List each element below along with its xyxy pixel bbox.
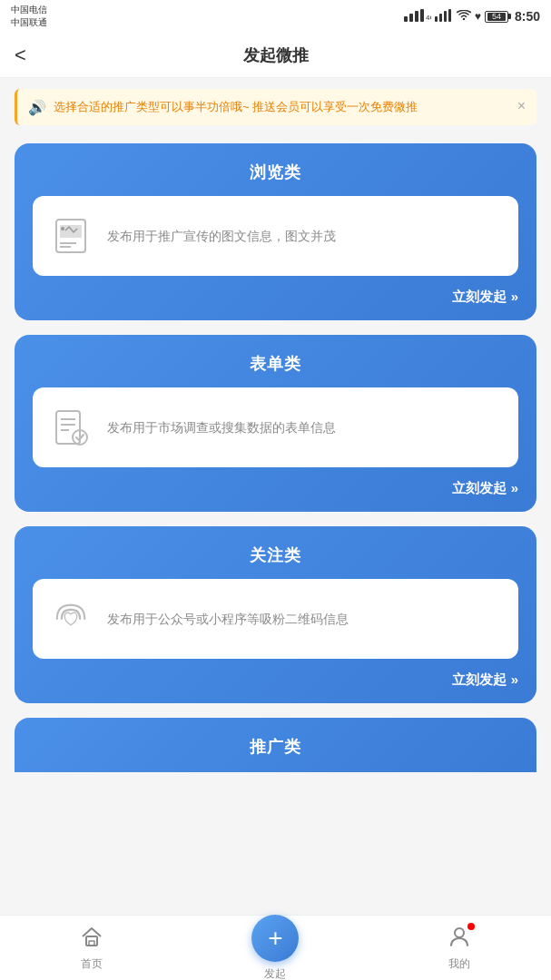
time-display: 8:50 xyxy=(515,9,540,24)
svg-rect-2 xyxy=(415,11,418,22)
form-launch-button[interactable]: 立刻发起 » xyxy=(452,480,518,497)
wifi-icon xyxy=(457,10,471,24)
launch-center-button[interactable]: + xyxy=(251,915,299,962)
browse-launch-row: 立刻发起 » xyxy=(33,289,518,306)
banner-close-button[interactable]: × xyxy=(517,98,526,114)
category-title-follow: 关注类 xyxy=(33,544,518,566)
svg-rect-7 xyxy=(444,11,447,22)
back-button[interactable]: < xyxy=(15,44,26,67)
page-title: 发起微推 xyxy=(243,44,309,66)
form-icon xyxy=(47,404,94,451)
category-title-browse: 浏览类 xyxy=(33,162,518,183)
follow-item-desc: 发布用于公众号或小程序等吸粉二维码信息 xyxy=(107,610,504,629)
bottom-nav: 首页 + 发起 我的 xyxy=(0,915,551,980)
status-bar: 中国电信 中国联通 4G xyxy=(0,0,551,33)
banner-content: 🔊 选择合适的推广类型可以事半功倍哦~ 推送会员可以享受一次免费微推 xyxy=(28,98,510,116)
svg-rect-0 xyxy=(404,16,408,22)
category-title-promotion: 推广类 xyxy=(33,736,518,758)
signal-icon2 xyxy=(435,9,453,24)
category-card-form: 表单类 发布用于市场调查或搜集数据的表单信息 立刻发起 » xyxy=(15,335,536,512)
banner: 🔊 选择合适的推广类型可以事半功倍哦~ 推送会员可以享受一次免费微推 × xyxy=(15,89,536,125)
main-content: 浏览类 发布用于推广宣传的图文信息，图文并茂 立刻发起 » 表单类 xyxy=(0,136,551,915)
nav-bar: < 发起微推 xyxy=(0,33,551,78)
svg-rect-3 xyxy=(420,9,424,22)
category-card-follow: 关注类 发布用于公众号或小程序等吸粉二维码信息 xyxy=(15,526,536,703)
svg-rect-8 xyxy=(448,9,451,22)
nav-item-home[interactable]: 首页 xyxy=(0,925,183,972)
follow-launch-button[interactable]: 立刻发起 » xyxy=(452,671,518,689)
browse-launch-button[interactable]: 立刻发起 » xyxy=(452,289,518,306)
nav-item-launch[interactable]: + 发起 xyxy=(183,915,367,981)
home-icon xyxy=(80,925,103,954)
category-card-promotion: 推广类 xyxy=(15,718,536,772)
browse-icon xyxy=(47,212,94,260)
plus-icon: + xyxy=(268,926,282,951)
carrier-info: 中国电信 中国联通 xyxy=(11,4,47,29)
browse-item-desc: 发布用于推广宣传的图文信息，图文并茂 xyxy=(107,227,504,246)
heart-icon: ♥ xyxy=(475,10,481,23)
banner-icon: 🔊 xyxy=(28,99,46,116)
follow-icon xyxy=(47,595,94,642)
category-card-browse: 浏览类 发布用于推广宣传的图文信息，图文并茂 立刻发起 » xyxy=(15,143,536,320)
status-right: 4G ♥ 54 8:50 xyxy=(404,9,540,24)
item-box-follow[interactable]: 发布用于公众号或小程序等吸粉二维码信息 xyxy=(33,579,518,659)
category-title-form: 表单类 xyxy=(33,353,518,375)
item-box-form[interactable]: 发布用于市场调查或搜集数据的表单信息 xyxy=(33,387,518,467)
mine-label: 我的 xyxy=(448,956,470,972)
banner-text: 选择合适的推广类型可以事半功倍哦~ 推送会员可以享受一次免费微推 xyxy=(54,98,418,116)
svg-text:4G: 4G xyxy=(426,14,431,22)
svg-rect-6 xyxy=(439,14,442,22)
launch-label: 发起 xyxy=(264,966,286,981)
follow-launch-row: 立刻发起 » xyxy=(33,671,518,689)
home-label: 首页 xyxy=(81,956,103,972)
svg-rect-5 xyxy=(435,16,438,22)
battery-indicator: 54 xyxy=(485,11,511,23)
carrier2: 中国联通 xyxy=(11,16,47,29)
nav-item-mine[interactable]: 我的 xyxy=(368,925,551,972)
carrier1: 中国电信 xyxy=(11,4,47,16)
form-item-desc: 发布用于市场调查或搜集数据的表单信息 xyxy=(107,418,504,437)
svg-rect-20 xyxy=(89,941,94,946)
item-box-browse[interactable]: 发布用于推广宣传的图文信息，图文并茂 xyxy=(33,196,518,276)
svg-rect-1 xyxy=(409,14,413,22)
mine-icon xyxy=(448,925,471,954)
svg-point-21 xyxy=(455,928,464,937)
battery-level: 54 xyxy=(487,13,506,21)
svg-point-13 xyxy=(61,227,64,230)
form-launch-row: 立刻发起 » xyxy=(33,480,518,497)
svg-rect-14 xyxy=(56,411,80,444)
signal-icon: 4G xyxy=(404,9,431,24)
